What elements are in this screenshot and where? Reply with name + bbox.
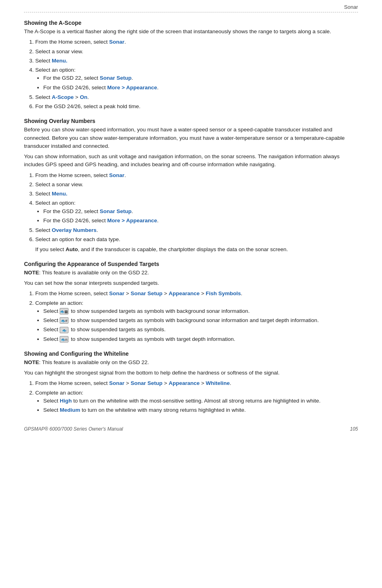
menu-link-2: Menu.	[52, 191, 67, 197]
sonar-link-2: Sonar	[109, 172, 125, 178]
list-item: Select A-Scope > On.	[35, 93, 358, 101]
list-item: Select an option: For the GSD 22, select…	[35, 199, 358, 225]
list-item: Select Overlay Numbers.	[35, 226, 358, 234]
overlay-suboptions: For the GSD 22, select Sonar Setup. For …	[43, 207, 358, 225]
list-item: Select 🐟▦ to show suspended targets as s…	[43, 307, 358, 315]
list-item: Select a sonar view.	[35, 181, 358, 189]
overlay-intro-2: You can show information, such as unit v…	[24, 153, 358, 169]
list-item: For the GSD 22, select Sonar Setup.	[43, 207, 358, 215]
sonar-link-3: Sonar	[109, 290, 125, 296]
page-label: Sonar	[344, 4, 358, 10]
suspended-note: NOTE: This feature is available only on …	[24, 269, 358, 277]
section-title-overlay: Showing Overlay Numbers	[24, 118, 358, 124]
appearance-link-2: Appearance	[169, 380, 199, 386]
note-label-1: NOTE	[24, 270, 39, 276]
footer: GPSMAP® 6000/7000 Series Owner's Manual …	[24, 426, 358, 432]
section-title-whiteline: Showing and Configuring the Whiteline	[24, 350, 358, 357]
fish-icon-3: 🐟	[60, 327, 68, 333]
section-title-suspended: Configuring the Appearance of Suspended …	[24, 261, 358, 267]
whiteline-note: NOTE: This feature is available only on …	[24, 358, 358, 366]
list-item: From the Home screen, select Sonar.	[35, 171, 358, 179]
list-item: Select Medium to turn on the whiteline w…	[43, 406, 358, 414]
overlay-intro-1: Before you can show water-speed informat…	[24, 126, 358, 150]
footer-left: GPSMAP® 6000/7000 Series Owner's Manual	[24, 426, 123, 432]
list-item: From the Home screen, select Sonar.	[35, 38, 358, 46]
more-appearance-link-2: More > Appearance	[107, 217, 157, 224]
top-rule	[24, 12, 358, 12]
note-label-2: NOTE	[24, 359, 39, 365]
list-item: Complete an action: Select High to turn …	[35, 389, 358, 415]
a-scope-steps: From the Home screen, select Sonar. Sele…	[35, 38, 358, 111]
sonar-link-1: Sonar	[109, 39, 125, 45]
suspended-steps: From the Home screen, select Sonar > Son…	[35, 290, 358, 343]
page: Sonar Showing the A-Scope The A-Scope is…	[0, 0, 382, 441]
list-item: For the GSD 24/26, select More > Appeara…	[43, 217, 358, 225]
list-item: For the GSD 24/26, select More > Appeara…	[43, 84, 358, 92]
fish-symbols-link: Fish Symbols	[206, 290, 241, 296]
list-item: Select High to turn on the whiteline wit…	[43, 397, 358, 405]
suspended-intro: You can set how the sonar interprets sus…	[24, 279, 358, 287]
medium-link: Medium	[60, 407, 80, 413]
list-item: From the Home screen, select Sonar > Son…	[35, 379, 358, 387]
sonar-link-4: Sonar	[109, 380, 125, 386]
footer-right: 105	[350, 426, 358, 432]
high-link: High	[60, 398, 72, 404]
list-item: Select 🐟# to show suspended targets as s…	[43, 316, 358, 324]
list-item: Select a sonar view.	[35, 48, 358, 56]
overlay-numbers-link: Overlay Numbers	[52, 227, 97, 233]
on-link: On	[80, 94, 87, 100]
sonar-setup-link-2: Sonar Setup	[100, 208, 132, 214]
sonar-setup-link-4: Sonar Setup	[131, 380, 163, 386]
list-item: For the GSD 22, select Sonar Setup.	[43, 74, 358, 82]
more-appearance-link-1: More > Appearance	[107, 85, 157, 91]
whiteline-steps: From the Home screen, select Sonar > Son…	[35, 379, 358, 414]
list-item: From the Home screen, select Sonar > Son…	[35, 290, 358, 298]
fish-icon-1: 🐟▦	[60, 308, 68, 314]
fish-icon-4: 🐟n	[60, 336, 68, 342]
a-scope-link: A-Scope	[52, 94, 74, 100]
menu-link-1: Menu.	[52, 58, 67, 64]
sonar-setup-link-3: Sonar Setup	[131, 290, 163, 296]
a-scope-suboptions: For the GSD 22, select Sonar Setup. For …	[43, 74, 358, 92]
list-item: Select 🐟 to show suspended targets as sy…	[43, 326, 358, 334]
list-item: Select an option for each data type. If …	[35, 236, 358, 254]
list-item: Select an option: For the GSD 22, select…	[35, 66, 358, 92]
whiteline-link: Whiteline	[206, 380, 230, 386]
suspended-actions: Select 🐟▦ to show suspended targets as s…	[43, 307, 358, 343]
auto-bold: Auto	[66, 246, 78, 252]
a-scope-intro: The A-Scope is a vertical flasher along …	[24, 28, 358, 36]
whiteline-intro: You can highlight the strongest signal f…	[24, 369, 358, 377]
list-item: For the GSD 24/26, select a peak hold ti…	[35, 103, 358, 111]
list-item: Complete an action: Select 🐟▦ to show su…	[35, 299, 358, 343]
appearance-link-1: Appearance	[169, 290, 199, 296]
section-title-a-scope: Showing the A-Scope	[24, 20, 358, 26]
list-item: Select 🐟n to show suspended targets as s…	[43, 335, 358, 343]
sonar-setup-link-1: Sonar Setup	[100, 75, 132, 81]
overlay-sub-note: If you select Auto, and if the transduce…	[35, 246, 358, 254]
overlay-steps: From the Home screen, select Sonar. Sele…	[35, 171, 358, 254]
list-item: Select Menu.	[35, 57, 358, 65]
whiteline-actions: Select High to turn on the whiteline wit…	[43, 397, 358, 415]
list-item: Select Menu.	[35, 190, 358, 198]
fish-icon-2: 🐟#	[60, 317, 68, 324]
